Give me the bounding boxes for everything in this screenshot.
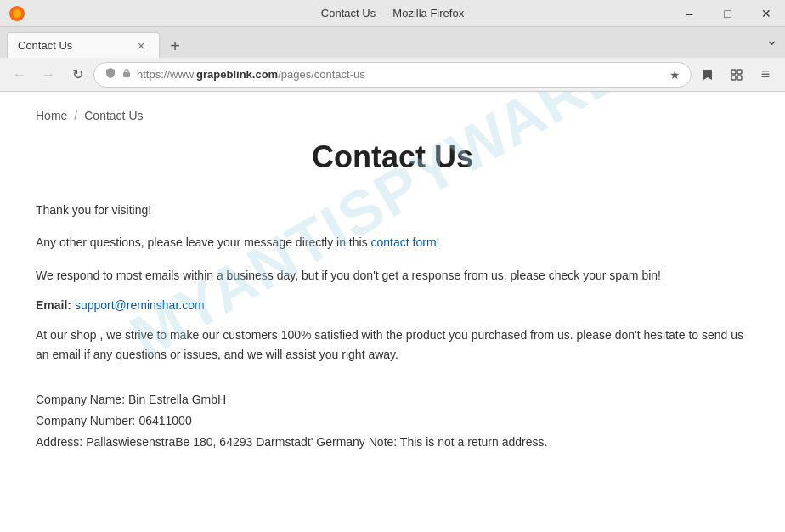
page-title: Contact Us	[36, 139, 749, 175]
bookmark-icon[interactable]: ★	[669, 68, 681, 82]
nav-bar: ← → ↻ https://www.grapeblink.com/pages/c…	[0, 58, 785, 92]
paragraph-1: Thank you for visiting!	[36, 201, 749, 219]
svg-rect-4	[737, 70, 742, 74]
email-link[interactable]: support@reminshar.com	[75, 298, 205, 312]
breadcrumb-separator: /	[74, 109, 77, 122]
paragraph-2-suffix: !	[437, 235, 440, 249]
company-name-label: Company Name:	[36, 393, 125, 406]
maximize-button[interactable]: □	[709, 0, 747, 27]
back-button[interactable]: ←	[7, 62, 32, 88]
address-value: PallaswiesenstraBe 180, 64293 Darmstadt'…	[86, 435, 547, 449]
company-number-value: 06411000	[138, 414, 191, 427]
svg-rect-6	[737, 76, 742, 80]
new-tab-button[interactable]: +	[163, 34, 187, 58]
paragraph-4: At our shop , we strive to make our cust…	[36, 325, 749, 364]
window-controls: – □ ✕	[670, 0, 785, 27]
url-path: /pages/contact-us	[278, 68, 365, 81]
svg-rect-5	[731, 76, 736, 80]
company-name-line: Company Name: Bin Estrella GmbH	[36, 389, 749, 410]
email-line: Email: support@reminshar.com	[36, 298, 749, 312]
lock-icon	[121, 68, 132, 81]
tab-list-button[interactable]: ⌄	[765, 31, 778, 49]
breadcrumb: Home / Contact Us	[36, 109, 749, 122]
paragraph-3: We respond to most emails within a busin…	[36, 266, 749, 285]
active-tab[interactable]: Contact Us ×	[7, 32, 160, 58]
address-label: Address:	[36, 435, 82, 449]
shield-icon	[104, 67, 116, 82]
tab-label: Contact Us	[18, 39, 72, 52]
breadcrumb-home-link[interactable]: Home	[36, 109, 67, 122]
reload-button[interactable]: ↻	[65, 62, 90, 88]
title-bar: Contact Us — Mozilla Firefox – □ ✕	[0, 0, 785, 27]
url-protocol: https://www.	[137, 68, 196, 81]
minimize-button[interactable]: –	[670, 0, 709, 27]
window-title: Contact Us — Mozilla Firefox	[321, 7, 464, 20]
url-domain: grapeblink.com	[196, 68, 278, 81]
address-bar[interactable]: https://www.grapeblink.com/pages/contact…	[93, 62, 692, 88]
company-name-value: Bin Estrella GmbH	[128, 393, 226, 406]
firefox-logo-icon	[8, 5, 25, 22]
svg-rect-3	[731, 70, 736, 74]
company-number-line: Company Number: 06411000	[36, 410, 749, 432]
address-line: Address: PallaswiesenstraBe 180, 64293 D…	[36, 432, 749, 453]
more-options-button[interactable]: ≡	[753, 62, 778, 88]
forward-button[interactable]: →	[36, 62, 61, 88]
paragraph-2: Any other questions, please leave your m…	[36, 233, 749, 252]
tab-bar: Contact Us × + ⌄	[0, 27, 785, 58]
breadcrumb-current: Contact Us	[84, 109, 143, 122]
close-button[interactable]: ✕	[747, 0, 785, 27]
nav-icons-right: ≡	[695, 62, 778, 88]
email-label-text: Email:	[36, 298, 71, 312]
svg-rect-2	[123, 72, 130, 77]
company-info: Company Name: Bin Estrella GmbH Company …	[36, 389, 749, 454]
contact-form-link[interactable]: contact form	[371, 235, 437, 249]
extensions-button[interactable]	[724, 62, 749, 88]
svg-point-1	[13, 9, 21, 18]
paragraph-2-prefix: Any other questions, please leave your m…	[36, 235, 371, 249]
bookmarks-button[interactable]	[695, 62, 720, 88]
company-number-label: Company Number:	[36, 414, 136, 427]
page-content: MYANTISPYWARE.COM Home / Contact Us Cont…	[0, 92, 785, 532]
url-display: https://www.grapeblink.com/pages/contact…	[137, 68, 664, 81]
content-area: Home / Contact Us Contact Us Thank you f…	[10, 92, 775, 479]
tab-close-button[interactable]: ×	[133, 38, 149, 54]
